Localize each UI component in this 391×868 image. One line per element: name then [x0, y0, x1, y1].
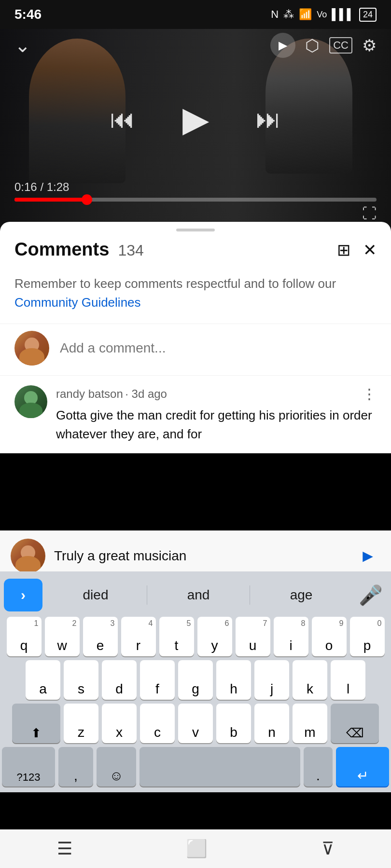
key-row-3: ⬆ z x c v b n m ⌫: [2, 704, 389, 743]
play-button[interactable]: ▶: [174, 97, 217, 141]
status-time: 5:46: [14, 7, 42, 22]
suggestion-and[interactable]: and: [147, 583, 250, 608]
skip-forward-icon[interactable]: ⏭: [256, 105, 281, 134]
close-icon[interactable]: ✕: [363, 240, 377, 259]
suggestions-list: died and age: [44, 583, 352, 608]
progress-thumb[interactable]: [82, 194, 92, 205]
home-nav-icon[interactable]: ⬜: [186, 839, 208, 859]
key-f[interactable]: f: [140, 660, 175, 700]
comment-more-icon[interactable]: ⋮: [362, 385, 377, 402]
enter-key[interactable]: ↵: [336, 747, 389, 787]
comment-author-time: randy batson · 3d ago: [56, 387, 167, 401]
key-y[interactable]: 6 y: [197, 617, 232, 656]
key-m[interactable]: m: [293, 704, 327, 743]
player-controls: ⌄ ▶ ⬡ CC ⚙ ⏮ ▶ ⏭ 0:16 / 1:28: [0, 0, 391, 231]
comments-title-group: Comments 134: [14, 239, 144, 260]
comments-header-icons: ⊞ ✕: [337, 240, 377, 259]
chevron-down-icon[interactable]: ⌄: [14, 34, 31, 56]
comment-body: randy batson · 3d ago ⋮ Gotta give the m…: [56, 385, 377, 444]
backspace-key[interactable]: ⌫: [331, 704, 379, 743]
comment-item: randy batson · 3d ago ⋮ Gotta give the m…: [0, 376, 391, 453]
current-user-avatar: [14, 331, 49, 366]
guidelines-link[interactable]: Community Guidelines: [14, 295, 141, 310]
add-comment-input[interactable]: [60, 340, 377, 356]
key-z[interactable]: z: [64, 704, 98, 743]
key-j[interactable]: j: [254, 660, 289, 700]
key-x[interactable]: x: [102, 704, 137, 743]
key-b[interactable]: b: [216, 704, 251, 743]
microphone-icon: 🎤: [359, 584, 383, 607]
network-signal-icon: ▌▌▌: [332, 8, 354, 21]
key-k[interactable]: k: [293, 660, 327, 700]
comment-text-input[interactable]: [54, 548, 355, 564]
settings-icon[interactable]: ⚙: [362, 36, 377, 55]
back-nav-icon[interactable]: ⊽: [321, 839, 334, 859]
player-bottom-icons: ⛶: [14, 205, 377, 222]
key-h[interactable]: h: [216, 660, 251, 700]
signal-icon: Vo: [317, 10, 327, 20]
total-time: 1:28: [47, 180, 70, 193]
guidelines-notice: Remember to keep comments respectful and…: [0, 270, 391, 324]
progress-bar[interactable]: [14, 198, 377, 202]
cc-icon[interactable]: CC: [329, 37, 352, 54]
key-w[interactable]: 2 w: [45, 617, 80, 656]
comments-title: Comments: [14, 239, 109, 260]
comments-count: 134: [118, 242, 143, 259]
player-top-controls: ▶ ⬡ CC ⚙: [270, 33, 377, 58]
cast-icon[interactable]: ⬡: [305, 36, 320, 55]
shift-key[interactable]: ⬆: [12, 704, 60, 743]
skip-back-icon[interactable]: ⏮: [110, 105, 135, 134]
key-n[interactable]: n: [254, 704, 289, 743]
key-c[interactable]: c: [140, 704, 175, 743]
key-row-2: a s d f g h j k l: [2, 660, 389, 700]
key-a[interactable]: a: [26, 660, 60, 700]
player-middle-controls: ⏮ ▶ ⏭: [0, 97, 391, 141]
period-key[interactable]: .: [304, 747, 333, 787]
key-l[interactable]: l: [331, 660, 365, 700]
suggestions-expand-button[interactable]: ›: [4, 579, 42, 611]
comma-key[interactable]: ,: [58, 747, 93, 787]
key-g[interactable]: g: [178, 660, 213, 700]
add-comment-row: [0, 324, 391, 376]
nfc-icon: N: [271, 8, 279, 21]
nav-bar: ☰ ⬜ ⊽: [0, 829, 391, 868]
filter-icon[interactable]: ⊞: [337, 240, 350, 259]
key-p[interactable]: 0 p: [350, 617, 385, 656]
mini-play-button[interactable]: ▶: [270, 33, 295, 58]
guidelines-text: Remember to keep comments respectful and…: [14, 276, 336, 291]
microphone-button[interactable]: 🎤: [354, 579, 387, 611]
key-t[interactable]: 5 t: [159, 617, 194, 656]
drag-handle[interactable]: [0, 222, 391, 234]
space-key[interactable]: [140, 747, 300, 787]
suggestion-age[interactable]: age: [250, 583, 352, 608]
send-button[interactable]: ►: [355, 543, 380, 569]
key-row-4: ?123 , ☺ . ↵: [2, 747, 389, 787]
bluetooth-icon: ⁂: [283, 8, 294, 21]
status-icons: N ⁂ 📶 Vo ▌▌▌ 24: [271, 8, 377, 22]
comment-time: ·: [125, 387, 131, 400]
key-o[interactable]: 9 o: [312, 617, 347, 656]
key-i[interactable]: 8 i: [274, 617, 308, 656]
menu-nav-icon[interactable]: ☰: [57, 839, 72, 859]
comment-text: Gotta give the man credit for getting hi…: [56, 406, 377, 444]
wifi-icon: 📶: [299, 8, 312, 21]
key-s[interactable]: s: [64, 660, 98, 700]
symbols-key[interactable]: ?123: [2, 747, 55, 787]
video-player[interactable]: ⌄ ▶ ⬡ CC ⚙ ⏮ ▶ ⏭ 0:16 / 1:28: [0, 0, 391, 231]
comment-meta: randy batson · 3d ago ⋮: [56, 385, 377, 402]
emoji-key[interactable]: ☺: [97, 747, 136, 787]
current-time: 0:16: [14, 180, 37, 193]
fullscreen-icon[interactable]: ⛶: [362, 205, 377, 222]
key-row-1: 1 q 2 w 3 e 4 r 5 t 6 y 7 u 8 i: [2, 617, 389, 656]
comment-timestamp: 3d ago: [132, 387, 167, 400]
key-d[interactable]: d: [102, 660, 137, 700]
input-user-avatar: [11, 539, 45, 573]
suggestion-died[interactable]: died: [44, 583, 147, 608]
key-q[interactable]: 1 q: [7, 617, 42, 656]
key-e[interactable]: 3 e: [83, 617, 118, 656]
key-r[interactable]: 4 r: [121, 617, 156, 656]
comment-author: randy batson: [56, 387, 123, 400]
key-u[interactable]: 7 u: [236, 617, 270, 656]
comments-panel: Comments 134 ⊞ ✕ Remember to keep commen…: [0, 222, 391, 453]
key-v[interactable]: v: [178, 704, 213, 743]
